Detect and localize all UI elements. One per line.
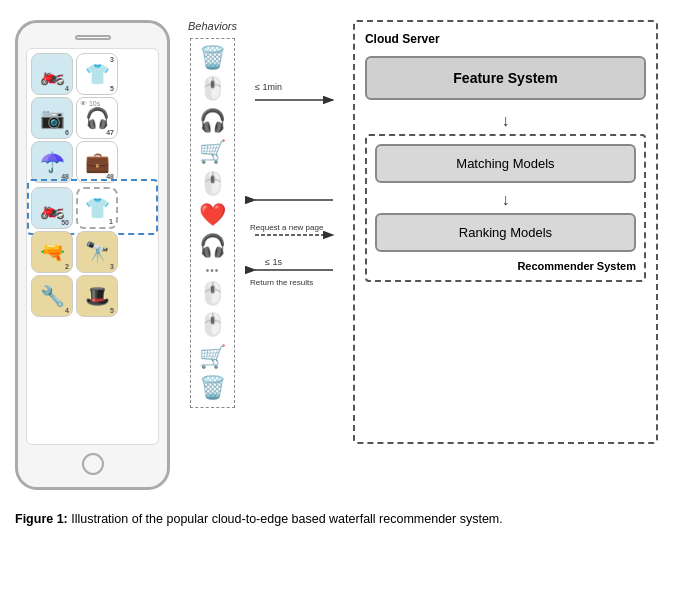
behavior-trash-1: 🗑️	[199, 45, 226, 71]
behavior-trash-2: 🗑️	[199, 375, 226, 401]
caption-bold: Figure 1:	[15, 512, 68, 526]
app-badge: 3	[110, 263, 114, 270]
app-icon: 💼	[85, 150, 110, 174]
svg-text:Request a new page: Request a new page	[250, 223, 324, 232]
app-row-2: 📷 6 🎧 47 👁 10s	[31, 97, 154, 139]
right-section: ≤ 1min Request a new page ≤ 1s Return th…	[245, 20, 658, 444]
behaviors-border: 🗑️ 🖱️ 🎧 🛒 🖱️ ❤️ 🎧 ••• 🖱️ 🖱️ 🛒 🗑️	[190, 38, 235, 408]
app-cell-atv1: 🏍️ 4	[31, 53, 73, 95]
app-badge: 48	[61, 173, 69, 180]
corner-badge: 3	[110, 56, 114, 63]
behavior-heart: ❤️	[199, 202, 226, 228]
app-icon: ☂️	[40, 150, 65, 174]
app-row-5: 🔫 2 🔭 3	[31, 231, 154, 273]
behavior-headphones-1: 🎧	[199, 108, 226, 134]
svg-text:≤ 1s: ≤ 1s	[265, 257, 282, 267]
app-icon: 🏍️	[40, 196, 65, 220]
phone-screen: ↑ 3s ↓ 🏍️ 4 👕 5 3	[26, 48, 159, 445]
cloud-server-title: Cloud Server	[365, 32, 646, 46]
app-row-6: 🔧 4 🎩 5	[31, 275, 154, 317]
caption-text: Illustration of the popular cloud-to-edg…	[71, 512, 502, 526]
ranking-models-box: Ranking Models	[375, 213, 636, 252]
behavior-mouse-4: 🖱️	[199, 312, 226, 338]
app-cell-gun: 🔫 2	[31, 231, 73, 273]
behavior-dots-1: •••	[206, 265, 220, 276]
main-container: ↑ 3s ↓ 🏍️ 4 👕 5 3	[10, 10, 663, 529]
app-cell-briefcase: 💼 48	[76, 141, 118, 183]
behavior-mouse-1: 🖱️	[199, 76, 226, 102]
app-icon: 🎩	[85, 284, 110, 308]
app-cell-wrench: 🔧 4	[31, 275, 73, 317]
app-badge: 1	[109, 218, 113, 225]
app-icon: 🎧	[85, 106, 110, 130]
cloud-server: Cloud Server Feature System ↓ Matching M…	[353, 20, 658, 444]
app-row-1: 🏍️ 4 👕 5 3	[31, 53, 154, 95]
feature-system-box: Feature System	[365, 56, 646, 100]
behavior-cart-2: 🛒	[199, 344, 226, 370]
app-badge: 47	[106, 129, 114, 136]
app-cell-shirt2: 👕 1	[76, 187, 118, 229]
app-cell-umbrella: ☂️ 48	[31, 141, 73, 183]
app-badge: 6	[65, 129, 69, 136]
app-badge: 2	[65, 263, 69, 270]
diagram-area: ↑ 3s ↓ 🏍️ 4 👕 5 3	[10, 10, 663, 500]
app-icon: 👕	[85, 196, 110, 220]
app-icon: 🔧	[40, 284, 65, 308]
arrows-column: ≤ 1min Request a new page ≤ 1s Return th…	[245, 20, 345, 444]
app-row-4: 🏍️ 50 👕 1	[31, 187, 154, 229]
behavior-mouse-3: 🖱️	[199, 281, 226, 307]
app-icon: 👕	[85, 62, 110, 86]
phone-home-button	[82, 453, 104, 475]
phone: ↑ 3s ↓ 🏍️ 4 👕 5 3	[15, 20, 170, 490]
app-icon: 🔫	[40, 240, 65, 264]
svg-text:≤ 1min: ≤ 1min	[255, 82, 282, 92]
app-icon: 📷	[40, 106, 65, 130]
app-row-3: ☂️ 48 💼 48	[31, 141, 154, 183]
app-cell-headphones1: 🎧 47 👁 10s	[76, 97, 118, 139]
app-badge: 5	[110, 307, 114, 314]
behavior-mouse-2: 🖱️	[199, 171, 226, 197]
recommender-system-label: Recommender System	[375, 260, 636, 272]
behavior-cart-1: 🛒	[199, 139, 226, 165]
arrow-down-2: ↓	[375, 191, 636, 209]
phone-speaker	[75, 35, 111, 40]
recommender-box: Matching Models ↓ Ranking Models Recomme…	[365, 134, 646, 282]
app-cell-hat: 🎩 5	[76, 275, 118, 317]
behaviors-column: Behaviors 🗑️ 🖱️ 🎧 🛒 🖱️ ❤️ 🎧 ••• 🖱️ 🖱️ 🛒 …	[188, 20, 237, 408]
app-badge: 48	[106, 173, 114, 180]
app-cell-binoculars: 🔭 3	[76, 231, 118, 273]
app-icon: 🔭	[85, 240, 110, 264]
app-badge: 4	[65, 85, 69, 92]
app-icon: 🏍️	[40, 62, 65, 86]
arrows-svg: ≤ 1min Request a new page ≤ 1s Return th…	[245, 20, 345, 440]
matching-models-box: Matching Models	[375, 144, 636, 183]
app-cell-atv2: 🏍️ 50	[31, 187, 73, 229]
app-cell-shirt1: 👕 5 3	[76, 53, 118, 95]
behavior-headphones-2: 🎧	[199, 233, 226, 259]
app-badge: 50	[61, 219, 69, 226]
app-badge: 4	[65, 307, 69, 314]
app-cell-camera: 📷 6	[31, 97, 73, 139]
arrow-down-1: ↓	[365, 112, 646, 130]
behaviors-title: Behaviors	[188, 20, 237, 32]
app-badge: 5	[110, 85, 114, 92]
app-dots: 👁 10s	[80, 100, 100, 107]
svg-text:Return the results: Return the results	[250, 278, 313, 287]
figure-caption: Figure 1: Illustration of the popular cl…	[10, 510, 503, 529]
